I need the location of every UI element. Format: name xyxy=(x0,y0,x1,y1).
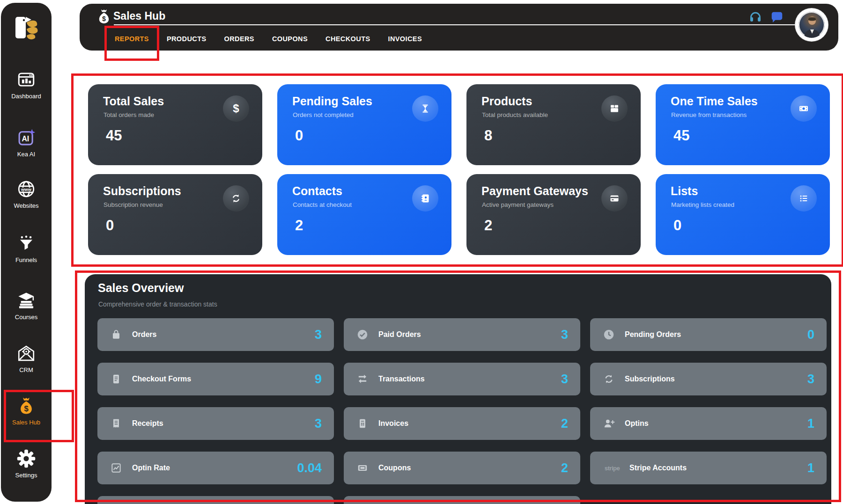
stat-row-paid-orders[interactable]: Paid Orders 3 xyxy=(344,318,580,351)
sidebar-item-label: Settings xyxy=(1,472,52,479)
card-title: Payment Gateways xyxy=(481,184,588,198)
page-title: Sales Hub xyxy=(113,10,165,22)
graduation-books-icon xyxy=(1,289,52,312)
stat-row-partial xyxy=(97,496,334,504)
stat-row-orders[interactable]: Orders 3 xyxy=(97,318,334,351)
ai-sparkle-icon: AI xyxy=(1,126,52,149)
stat-value: 3 xyxy=(561,328,568,342)
stat-row-coupons[interactable]: Coupons 2 xyxy=(344,452,580,484)
card-title: Pending Sales xyxy=(292,95,372,108)
card-subtitle: Total products available xyxy=(482,111,548,118)
stat-row-optin-rate[interactable]: Optin Rate 0.04 xyxy=(97,452,334,484)
stripe-wordmark-icon: stripe xyxy=(602,461,622,475)
card-value: 0 xyxy=(295,127,303,144)
globe-www-icon: www xyxy=(1,178,52,200)
card-subtitle: Marketing lists created xyxy=(671,201,734,208)
envelope-gear-icon xyxy=(1,342,52,365)
stat-label: Stripe Accounts xyxy=(629,464,687,472)
sidebar-item-label: Dashboard xyxy=(1,93,52,100)
sync-icon xyxy=(223,185,249,212)
stat-value: 3 xyxy=(807,372,814,387)
invoice-icon xyxy=(356,417,369,430)
card-value: 2 xyxy=(484,217,492,234)
check-circle-icon xyxy=(356,328,369,341)
card-title: Subscriptions xyxy=(103,184,181,198)
sidebar-item-label: Websites xyxy=(1,202,52,209)
sidebar-item-dashboard[interactable]: Dashboard xyxy=(1,68,52,100)
sidebar-item-settings[interactable]: Settings xyxy=(1,447,52,479)
section-subtitle: Comprehensive order & transaction stats xyxy=(98,300,217,308)
stat-row-optins[interactable]: Optins 1 xyxy=(590,407,827,440)
tab-products[interactable]: PRODUCTS xyxy=(167,35,207,43)
stat-card-contacts[interactable]: Contacts Contacts at checkout 2 xyxy=(277,174,451,255)
stat-row-invoices[interactable]: Invoices 2 xyxy=(344,407,580,440)
stat-row-checkout-forms[interactable]: Checkout Forms 9 xyxy=(97,363,334,395)
sidebar-item-sales-hub[interactable]: $ Sales Hub xyxy=(1,394,52,426)
hourglass-icon xyxy=(412,95,438,122)
user-avatar[interactable] xyxy=(795,8,828,41)
stat-card-payment-gateways[interactable]: Payment Gateways Active payment gateways… xyxy=(466,174,641,255)
stat-value: 2 xyxy=(561,416,568,431)
stat-row-transactions[interactable]: Transactions 3 xyxy=(344,363,580,395)
stat-row-pending-orders[interactable]: Pending Orders 0 xyxy=(590,318,827,351)
tab-reports[interactable]: REPORTS xyxy=(115,35,149,43)
stat-label: Invoices xyxy=(378,419,408,428)
card-subtitle: Contacts at checkout xyxy=(293,201,352,208)
document-icon xyxy=(110,373,123,386)
stat-row-subscriptions[interactable]: Subscriptions 3 xyxy=(590,363,827,395)
stat-value: 1 xyxy=(807,416,814,431)
sidebar-item-label: Courses xyxy=(1,314,52,321)
stat-card-products[interactable]: Products Total products available 8 xyxy=(466,84,641,165)
sidebar-item-kea-ai[interactable]: AI Kea AI xyxy=(1,126,52,158)
sync-icon xyxy=(602,373,615,386)
avatar-photo xyxy=(799,12,825,38)
tab-checkouts[interactable]: CHECKOUTS xyxy=(325,35,370,43)
stat-card-one-time-sales[interactable]: One Time Sales Revenue from transactions… xyxy=(656,84,830,165)
stripe-glyph: stripe xyxy=(605,465,620,472)
banknote-icon xyxy=(791,95,817,122)
stat-label: Pending Orders xyxy=(625,330,681,339)
stat-card-pending-sales[interactable]: Pending Sales Orders not completed 0 xyxy=(277,84,451,165)
stat-card-lists[interactable]: Lists Marketing lists created 0 xyxy=(656,174,830,255)
contact-book-icon xyxy=(412,185,438,212)
stat-row-stripe-accounts[interactable]: stripe Stripe Accounts 1 xyxy=(590,452,827,484)
card-value: 45 xyxy=(673,127,689,144)
stat-card-subscriptions[interactable]: Subscriptions Subscription revenue 0 xyxy=(88,174,262,255)
sidebar-item-crm[interactable]: CRM xyxy=(1,342,52,373)
stat-card-total-sales[interactable]: Total Sales Total orders made 45 $ xyxy=(88,84,262,165)
sidebar-item-label: CRM xyxy=(1,366,52,373)
svg-text:$: $ xyxy=(24,404,28,413)
bullet-list-icon xyxy=(791,185,817,212)
kea-logo-icon[interactable] xyxy=(1,13,52,42)
money-bag-icon: $ xyxy=(1,394,52,417)
arrows-left-right-icon xyxy=(356,373,369,386)
header-divider xyxy=(114,24,797,25)
sidebar-item-funnels[interactable]: Funnels xyxy=(1,232,52,263)
card-value: 8 xyxy=(484,127,492,144)
overview-stats-grid: Orders 3 Paid Orders 3 Pending Orders 0 … xyxy=(97,318,827,504)
sales-overview-panel: Sales Overview Comprehensive order & tra… xyxy=(85,274,831,504)
tab-invoices[interactable]: INVOICES xyxy=(388,35,422,43)
card-subtitle: Orders not completed xyxy=(293,111,354,118)
stat-label: Transactions xyxy=(378,375,425,383)
card-subtitle: Revenue from transactions xyxy=(671,111,747,118)
stat-row-receipts[interactable]: Receipts 3 xyxy=(97,407,334,440)
card-subtitle: Total orders made xyxy=(104,111,154,118)
stat-label: Paid Orders xyxy=(378,330,421,339)
card-title: One Time Sales xyxy=(671,95,758,108)
ai-glyph: AI xyxy=(22,135,29,143)
chat-bubble-icon[interactable] xyxy=(770,10,784,24)
sidebar-item-courses[interactable]: Courses xyxy=(1,289,52,321)
user-plus-icon xyxy=(602,417,615,430)
receipt-icon xyxy=(110,417,123,430)
tab-orders[interactable]: ORDERS xyxy=(224,35,254,43)
tab-coupons[interactable]: COUPONS xyxy=(272,35,308,43)
card-subtitle: Subscription revenue xyxy=(104,201,163,208)
sidebar-item-label: Sales Hub xyxy=(1,419,52,426)
card-subtitle: Active payment gateways xyxy=(482,201,554,208)
card-title: Total Sales xyxy=(103,95,164,108)
sidebar-item-websites[interactable]: www Websites xyxy=(1,178,52,209)
card-value: 0 xyxy=(673,217,681,234)
headphones-icon[interactable] xyxy=(748,10,762,24)
header-bar: $ Sales Hub REPORTS PRODUCTS ORDERS COUP… xyxy=(80,4,838,51)
